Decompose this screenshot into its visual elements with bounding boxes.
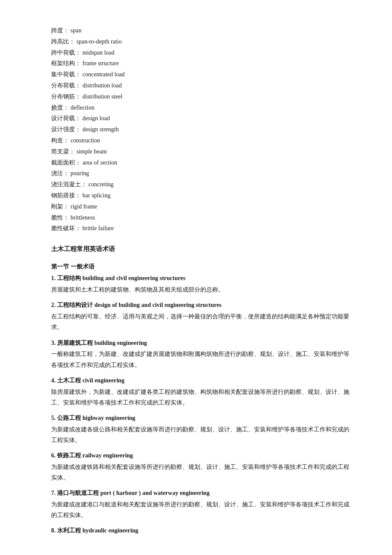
- numbered-description: 为新建或改建铁路和相关配套设施等所进行的勘察、规划、设计、施工、安装和维护等各项…: [51, 462, 349, 483]
- numbered-sections: 1. 工程结构 building and civil engineering s…: [51, 273, 349, 536]
- term-item: 刚架： rigid frame: [51, 202, 349, 212]
- numbered-section: 4. 土木工程 civil engineering除房屋建筑外，为新建、改建或扩…: [51, 376, 349, 408]
- term-item: 跨高比： span-to-depth ratio: [51, 37, 349, 47]
- numbered-title: 6. 铁路工程 railway engineering: [51, 451, 349, 461]
- term-item: 集中荷载： concentrated load: [51, 69, 349, 80]
- numbered-section: 1. 工程结构 building and civil engineering s…: [51, 273, 349, 295]
- numbered-title: 3. 房屋建筑工程 building engineering: [51, 338, 349, 348]
- term-list: 跨度： span跨高比： span-to-depth ratio跨中荷载： mi…: [51, 26, 349, 234]
- term-item: 脆性破坏： brittle failure: [51, 223, 349, 234]
- numbered-title: 8. 水利工程 hydraulic engineering: [51, 526, 349, 536]
- term-item: 框架结构： frame structure: [51, 58, 349, 69]
- term-item: 简支梁： simple beam: [51, 147, 349, 157]
- term-item: 跨中荷载： midspan load: [51, 48, 349, 58]
- numbered-description: 房屋建筑和土木工程的建筑物、构筑物及其相关组成部分的总称。: [51, 284, 349, 295]
- term-item: 构造： construction: [51, 136, 349, 146]
- numbered-description: 为新建或改建各级公路和相关配套设施等而进行的勘察、规划、设计、施工、安装和维护等…: [51, 424, 349, 445]
- term-item: 分布钢筋： distribution steel: [51, 92, 349, 102]
- numbered-section: 8. 水利工程 hydraulic engineering: [51, 526, 349, 536]
- numbered-description: 除房屋建筑外，为新建、改建或扩建各类工程的建筑物、构筑物和相关配套设施等所进行的…: [51, 387, 349, 408]
- numbered-title: 5. 公路工程 highway engineering: [51, 413, 349, 423]
- term-item: 跨度： span: [51, 26, 349, 36]
- term-item: 浇注： pouring: [51, 168, 349, 179]
- numbered-title: 4. 土木工程 civil engineering: [51, 376, 349, 386]
- numbered-description: 一般称建筑工程，为新建、改建或扩建房屋建筑物和附属构筑物所进行的勘察、规划、设计…: [51, 349, 349, 370]
- term-item: 脆性： brittleness: [51, 213, 349, 223]
- subsection-title: 第一节 一般术语: [51, 262, 349, 272]
- numbered-section: 3. 房屋建筑工程 building engineering一般称建筑工程，为新…: [51, 338, 349, 370]
- numbered-section: 7. 港口与航道工程 port ( harbour ) and waterway…: [51, 488, 349, 520]
- numbered-section: 5. 公路工程 highway engineering为新建或改建各级公路和相关…: [51, 413, 349, 445]
- numbered-description: 在工程结构的可靠、经济、适用与美观之间，选择一种最佳的合理的平衡，使所建造的结构…: [51, 311, 349, 332]
- numbered-description: 为新建或改建港口与航道和相关配套设施等所进行的勘察、规划、设计、施工、安装和维护…: [51, 499, 349, 520]
- term-item: 设计荷载： design load: [51, 113, 349, 124]
- numbered-section: 6. 铁路工程 railway engineering为新建或改建铁路和相关配套…: [51, 451, 349, 483]
- term-item: 设计强度： design strength: [51, 124, 349, 135]
- term-item: 钢筋搭接： bar splicing: [51, 191, 349, 201]
- term-item: 分布荷载： distribution load: [51, 81, 349, 91]
- numbered-title: 2. 工程结构设计 design of building and civil e…: [51, 300, 349, 310]
- term-item: 浇注混凝土： concreting: [51, 179, 349, 190]
- term-item: 挠度： deflection: [51, 103, 349, 113]
- term-item: 截面面积： area of section: [51, 158, 349, 168]
- numbered-title: 1. 工程结构 building and civil engineering s…: [51, 273, 349, 283]
- numbered-title: 7. 港口与航道工程 port ( harbour ) and waterway…: [51, 488, 349, 498]
- numbered-section: 2. 工程结构设计 design of building and civil e…: [51, 300, 349, 332]
- section-title: 土木工程常用英语术语: [51, 244, 349, 255]
